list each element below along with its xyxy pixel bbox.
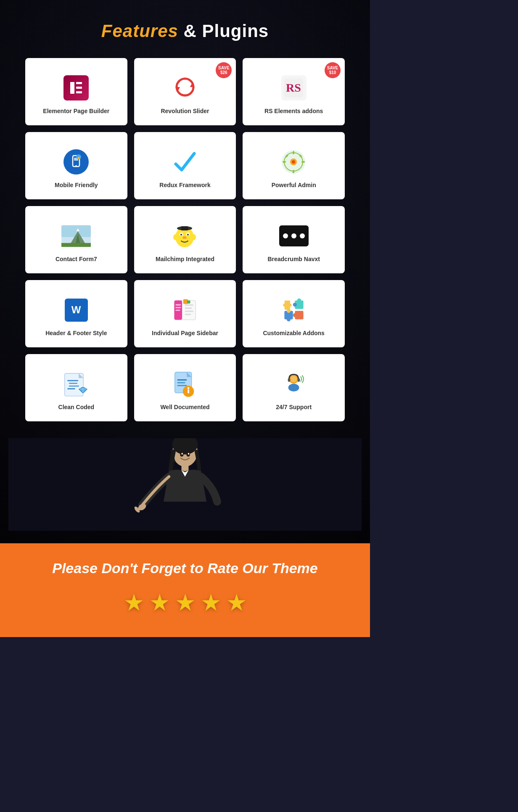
svg-rect-26	[61, 243, 91, 246]
svg-rect-42	[185, 307, 192, 309]
feature-card-addons: Customizable Addons	[243, 280, 345, 347]
addons-icon-wrapper	[279, 295, 309, 325]
elementor-icon	[63, 75, 89, 101]
cf7-icon	[61, 225, 91, 248]
svg-text:RS: RS	[286, 81, 301, 94]
sidebar-label: Individual Page Sidebar	[152, 330, 218, 336]
addons-label: Customizable Addons	[263, 330, 325, 336]
sidebar-icon-wrapper	[170, 295, 200, 325]
feature-card-cf7: Contact Form7	[25, 206, 127, 273]
admin-icon	[280, 148, 307, 176]
redux-label: Redux Framework	[159, 182, 210, 188]
svg-rect-44	[185, 314, 191, 315]
svg-point-53	[287, 317, 291, 321]
rating-section: Please Don't Forget to Rate Our Theme ★ …	[0, 543, 370, 637]
feature-card-rs-elements: SAVE $10 RS RS Elements addons	[243, 58, 345, 125]
star-2: ★	[149, 589, 170, 616]
breadcrumb-label: Breadcrumb Navxt	[267, 256, 320, 262]
svg-rect-69	[177, 382, 185, 383]
svg-point-87	[188, 453, 189, 455]
mailchimp-label: Mailchimp Integrated	[156, 256, 214, 262]
breadcrumb-icon-wrapper	[279, 221, 309, 251]
svg-rect-1	[76, 82, 82, 84]
svg-rect-29	[181, 226, 188, 230]
svg-rect-18	[301, 161, 305, 163]
svg-point-76	[288, 384, 299, 391]
svg-point-57	[293, 303, 296, 307]
feature-card-revolution: SAVE $26 Revolution Slider	[134, 58, 236, 125]
features-grid: Elementor Page Builder SAVE $26 Revoluti…	[25, 58, 345, 438]
documented-icon	[173, 370, 196, 398]
cf7-label: Contact Form7	[56, 256, 97, 262]
title-highlight: Features	[101, 21, 178, 41]
svg-rect-41	[185, 304, 193, 306]
svg-point-34	[182, 236, 187, 239]
svg-point-7	[76, 165, 77, 167]
admin-icon-wrapper	[279, 147, 309, 177]
support-icon	[281, 371, 307, 397]
svg-rect-2	[76, 87, 82, 89]
svg-point-75	[291, 376, 297, 382]
documented-label: Well Documented	[160, 404, 209, 410]
feature-card-redux: Redux Framework	[134, 132, 236, 199]
svg-point-32	[180, 234, 182, 235]
star-1: ★	[124, 589, 144, 616]
addons-icon	[281, 297, 307, 323]
star-4: ★	[201, 589, 221, 616]
svg-point-36	[192, 234, 196, 240]
svg-rect-43	[185, 310, 193, 312]
revolution-badge: SAVE $26	[216, 62, 232, 78]
revolution-label: Revolution Slider	[161, 108, 209, 114]
svg-rect-3	[76, 91, 82, 93]
clean-code-icon	[63, 370, 90, 398]
svg-rect-17	[283, 161, 286, 163]
feature-card-support: 24/7 Support	[243, 354, 345, 421]
mobile-icon-wrapper: 👍	[61, 147, 91, 177]
star-3: ★	[175, 589, 196, 616]
mobile-icon: 👍	[63, 149, 89, 175]
svg-text:W: W	[71, 304, 81, 315]
svg-point-51	[297, 299, 301, 302]
feature-card-admin: Powerful Admin	[243, 132, 345, 199]
svg-rect-15	[293, 151, 294, 154]
feature-card-header-footer: W Header & Footer Style	[25, 280, 127, 347]
feature-card-breadcrumb: Breadcrumb Navxt	[243, 206, 345, 273]
feature-card-mobile: 👍 Mobile Friendly	[25, 132, 127, 199]
feature-card-clean-code: Clean Coded	[25, 354, 127, 421]
header-footer-label: Header & Footer Style	[45, 330, 107, 336]
star-5: ★	[226, 589, 247, 616]
svg-point-56	[287, 309, 291, 313]
mailchimp-icon-wrapper	[170, 221, 200, 251]
admin-label: Powerful Admin	[272, 182, 316, 188]
elementor-icon-wrapper	[61, 73, 91, 103]
svg-rect-47	[175, 310, 180, 311]
rs-elements-badge: SAVE $10	[325, 62, 341, 78]
sidebar-icon	[172, 297, 198, 323]
feature-card-mailchimp: Mailchimp Integrated	[134, 206, 236, 273]
svg-rect-68	[177, 379, 187, 381]
svg-rect-59	[67, 380, 78, 381]
svg-rect-72	[188, 389, 190, 393]
svg-rect-70	[177, 385, 187, 386]
svg-rect-77	[288, 378, 290, 382]
mailchimp-icon	[171, 222, 198, 250]
redux-icon	[172, 149, 198, 175]
header-footer-icon: W	[65, 299, 88, 322]
rs-elements-icon: RS	[281, 75, 307, 101]
svg-rect-45	[175, 304, 181, 306]
svg-rect-16	[293, 170, 294, 173]
clean-code-label: Clean Coded	[58, 404, 95, 410]
svg-rect-78	[297, 378, 300, 382]
clean-code-icon-wrapper	[61, 369, 91, 399]
svg-point-73	[188, 387, 190, 389]
person-section	[8, 438, 362, 531]
feature-card-elementor: Elementor Page Builder	[25, 58, 127, 125]
rs-elements-label: RS Elements addons	[264, 108, 323, 114]
feature-card-sidebar: Individual Page Sidebar	[134, 280, 236, 347]
svg-rect-61	[69, 385, 79, 386]
features-section: Features & Plugins Elementor Page Builde…	[0, 0, 370, 543]
svg-point-35	[173, 234, 177, 240]
redux-icon-wrapper	[170, 147, 200, 177]
cf7-icon-wrapper	[61, 221, 91, 251]
svg-text:👍: 👍	[77, 156, 81, 159]
